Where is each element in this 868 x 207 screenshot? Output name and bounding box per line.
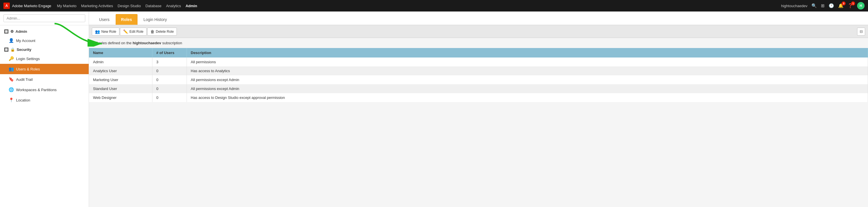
sidebar-search-input[interactable]	[3, 15, 85, 22]
admin-section-title: Admin	[16, 29, 27, 34]
tabs-bar: Users Roles Login History	[89, 11, 868, 25]
toolbar: 👥 New Role ✏️ Edit Role 🗑 Delete Role ⊟	[89, 25, 868, 38]
table-row[interactable]: Web Designer0Has access to Design Studio…	[89, 93, 868, 102]
login-settings-icon: 🔑	[9, 56, 14, 61]
cell-name: Marketing User	[89, 75, 152, 84]
cell-users: 0	[152, 84, 187, 93]
table-row[interactable]: Marketing User0All permissions except Ad…	[89, 75, 868, 84]
tab-users[interactable]: Users	[94, 14, 115, 25]
help-badge: 1	[851, 1, 855, 5]
users-roles-label: Users & Roles	[16, 67, 40, 71]
info-prefix: All roles defined on the	[94, 41, 133, 45]
new-role-button[interactable]: 👥 New Role	[92, 28, 119, 36]
notifications-button[interactable]: 🔔 3	[838, 3, 844, 8]
sidebar-item-location[interactable]: 📍 Location	[0, 95, 89, 105]
nav-admin[interactable]: Admin	[185, 4, 197, 8]
table-row[interactable]: Admin3All permissions	[89, 57, 868, 67]
tab-login-history[interactable]: Login History	[138, 14, 173, 25]
my-account-icon: 👤	[9, 38, 14, 43]
tab-roles[interactable]: Roles	[116, 14, 137, 25]
delete-role-button[interactable]: 🗑 Delete Role	[147, 28, 177, 36]
location-label: Location	[16, 98, 30, 102]
cell-description: All permissions except Admin	[187, 75, 868, 84]
cell-users: 0	[152, 93, 187, 102]
sidebar-item-workspaces[interactable]: 🌐 Workspaces & Partitions	[0, 84, 89, 95]
logo[interactable]: A Adobe Marketo Engage	[3, 3, 51, 9]
nav-items: My Marketo Marketing Activities Design S…	[57, 4, 197, 8]
new-role-label: New Role	[101, 30, 116, 34]
grid-button[interactable]: ⊞	[821, 3, 825, 8]
edit-role-button[interactable]: ✏️ Edit Role	[120, 28, 147, 36]
info-bar: All roles defined on the hightouchaedev …	[89, 38, 868, 48]
table-row[interactable]: Analytics User0Has access to Analytics	[89, 67, 868, 75]
cell-users: 3	[152, 57, 187, 67]
audit-trail-label: Audit Trail	[16, 77, 33, 82]
edit-role-label: Edit Role	[129, 30, 144, 34]
sidebar-item-audit-trail[interactable]: 🔖 Audit Trail	[0, 74, 89, 84]
info-suffix: subscription	[161, 41, 182, 45]
sidebar-admin-section[interactable]: 🔲 ⚙ Admin	[0, 28, 89, 35]
security-icon: 🔒	[10, 47, 15, 52]
security-label: Security	[17, 47, 31, 52]
cell-description: Has access to Design Studio except appro…	[187, 93, 868, 102]
cell-users: 0	[152, 67, 187, 75]
username-label: hightouchaedev	[781, 4, 807, 8]
col-header-description[interactable]: Description	[187, 48, 868, 57]
col-header-name[interactable]: Name	[89, 48, 152, 57]
nav-marketing-activities[interactable]: Marketing Activities	[81, 4, 113, 8]
audit-trail-icon: 🔖	[9, 77, 14, 82]
table-row[interactable]: Standard User0All permissions except Adm…	[89, 84, 868, 93]
users-roles-icon: 👥	[9, 67, 14, 72]
cell-description: All permissions except Admin	[187, 84, 868, 93]
roles-table-container: Name # of Users Description Admin3All pe…	[89, 48, 868, 207]
cell-name: Analytics User	[89, 67, 152, 75]
col-header-users[interactable]: # of Users	[152, 48, 187, 57]
sidebar-item-users-roles[interactable]: 👥 Users & Roles	[0, 64, 89, 74]
main-content: Users Roles Login History 👥 New Role ✏️ …	[89, 11, 868, 207]
avatar[interactable]: H	[857, 2, 865, 9]
new-role-icon: 👥	[95, 29, 100, 34]
admin-collapse-icon: 🔲	[4, 29, 9, 34]
right-nav-items: hightouchaedev 🔍 ⊞ 🕐 🔔 3 ❓ 1 H	[781, 2, 865, 9]
location-icon: 📍	[9, 98, 14, 103]
delete-role-icon: 🗑	[150, 29, 154, 34]
clock-button[interactable]: 🕐	[829, 3, 834, 8]
nav-my-marketo[interactable]: My Marketo	[57, 4, 76, 8]
security-collapse-icon: 🔲	[4, 47, 9, 52]
admin-section-label: ⚙	[10, 29, 14, 34]
workspaces-icon: 🌐	[9, 87, 14, 92]
roles-table: Name # of Users Description Admin3All pe…	[89, 48, 868, 102]
sidebar-nav: 🔲 ⚙ Admin 👤 My Account 🔲 🔒 Security 🔑 Lo…	[0, 25, 89, 207]
search-button[interactable]: 🔍	[811, 3, 817, 8]
grid-view-button[interactable]: ⊟	[857, 28, 865, 36]
cell-name: Standard User	[89, 84, 152, 93]
edit-role-icon: ✏️	[123, 29, 128, 34]
top-navigation: A Adobe Marketo Engage My Marketo Market…	[0, 0, 868, 11]
sidebar-security-section[interactable]: 🔲 🔒 Security	[0, 46, 89, 53]
sidebar-search-container	[0, 11, 89, 25]
sidebar-item-my-account[interactable]: 👤 My Account	[0, 35, 89, 46]
nav-analytics[interactable]: Analytics	[166, 4, 181, 8]
cell-name: Web Designer	[89, 93, 152, 102]
adobe-icon: A	[3, 3, 10, 9]
cell-users: 0	[152, 75, 187, 84]
workspaces-label: Workspaces & Partitions	[16, 88, 57, 92]
help-button[interactable]: ❓ 1	[848, 3, 853, 8]
sidebar: 🔲 ⚙ Admin 👤 My Account 🔲 🔒 Security 🔑 Lo…	[0, 11, 89, 207]
sidebar-item-login-settings[interactable]: 🔑 Login Settings	[0, 53, 89, 64]
table-body: Admin3All permissionsAnalytics User0Has …	[89, 57, 868, 102]
login-settings-label: Login Settings	[16, 57, 40, 61]
subscription-name: hightouchaedev	[133, 41, 161, 45]
cell-description: All permissions	[187, 57, 868, 67]
delete-role-label: Delete Role	[156, 30, 174, 34]
cell-description: Has access to Analytics	[187, 67, 868, 75]
table-header-row: Name # of Users Description	[89, 48, 868, 57]
cell-name: Admin	[89, 57, 152, 67]
my-account-label: My Account	[16, 38, 35, 43]
nav-design-studio[interactable]: Design Studio	[118, 4, 141, 8]
nav-database[interactable]: Database	[146, 4, 162, 8]
app-name: Adobe Marketo Engage	[12, 4, 51, 8]
notifications-badge: 3	[842, 1, 846, 5]
